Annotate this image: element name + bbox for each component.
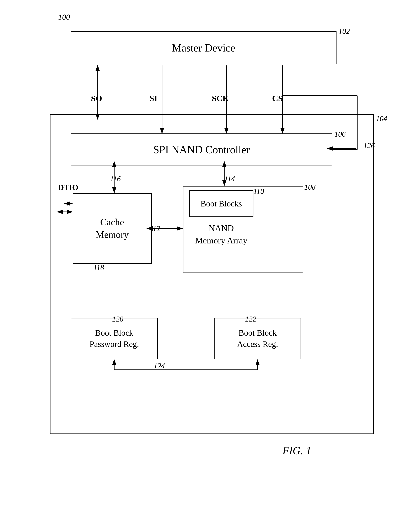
master-device-label: Master Device xyxy=(172,42,235,54)
fig-caption: FIG. 1 xyxy=(283,444,311,457)
signal-so-label: SO xyxy=(91,93,102,103)
password-reg-label: Boot BlockPassword Reg. xyxy=(90,327,139,350)
ref-106: 106 xyxy=(334,130,346,139)
boot-blocks-label: Boot Blocks xyxy=(201,199,242,209)
access-reg-box: Boot BlockAccess Reg. xyxy=(214,318,301,359)
diagram-container: 100 102 Master Device SO SI SCK CS 126 1… xyxy=(33,13,386,469)
password-reg-box: Boot BlockPassword Reg. xyxy=(71,318,158,359)
ref-112: 112 xyxy=(150,224,160,233)
figure-100-label: 100 xyxy=(58,13,70,22)
signal-sck-label: SCK xyxy=(212,93,229,103)
spi-controller-box: SPI NAND Controller xyxy=(71,133,332,166)
ref-108: 108 xyxy=(304,183,315,191)
ref-116: 116 xyxy=(110,174,121,183)
ref-104: 104 xyxy=(376,114,387,123)
ref-102: 102 xyxy=(338,27,350,36)
master-device-box: Master Device xyxy=(71,31,337,64)
boot-blocks-box: Boot Blocks xyxy=(189,190,253,217)
ref-120: 120 xyxy=(112,315,123,324)
signal-dtio-label: DTIO xyxy=(58,183,78,192)
signal-si-label: SI xyxy=(150,93,158,103)
ref-114: 114 xyxy=(224,174,235,183)
nand-array-label: NANDMemory Array xyxy=(189,222,253,247)
ref-118: 118 xyxy=(93,263,104,272)
signal-cs-label: CS xyxy=(272,93,283,103)
cache-memory-box: CacheMemory xyxy=(73,193,152,264)
cache-memory-label: CacheMemory xyxy=(96,216,128,241)
ref-124: 124 xyxy=(154,361,165,370)
ref-110: 110 xyxy=(253,187,264,196)
spi-controller-label: SPI NAND Controller xyxy=(153,143,250,156)
access-reg-label: Boot BlockAccess Reg. xyxy=(237,327,278,350)
ref-122: 122 xyxy=(245,315,256,324)
